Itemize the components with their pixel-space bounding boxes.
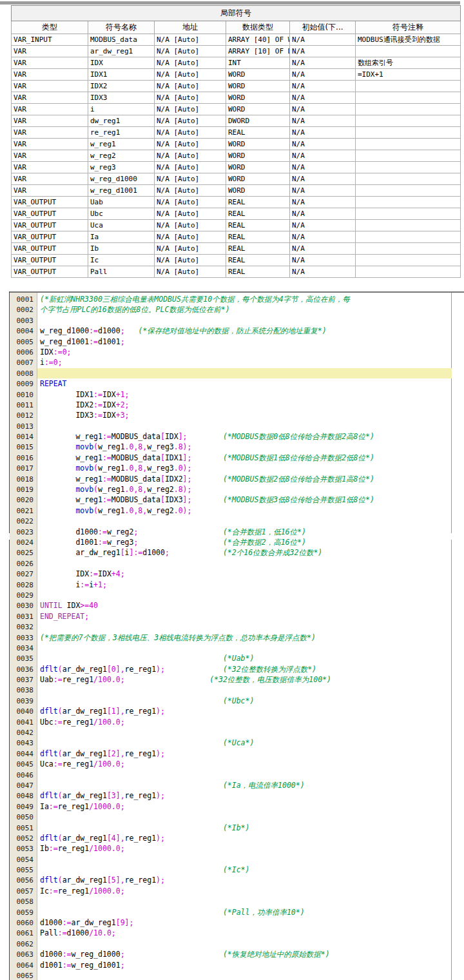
code-line[interactable]: 0022 (10, 516, 464, 526)
code-line[interactable]: 0024 d1001:=w_reg3; (*合并数据2，高16位*) (10, 537, 464, 547)
code-line[interactable]: 0025 ar_dw_reg1[i]:=d1000; (*2个16位数合并成32… (10, 547, 464, 558)
code-line[interactable]: 0023 d1000:=w_reg2; (*合并数据1，低16位*) (10, 527, 464, 537)
code-line[interactable]: 0063d1000:=w_reg_d1000; (*恢复绝对地址中的原始数据*) (10, 949, 464, 959)
symbol-row[interactable]: VARw_reg_d1001N/A [Auto]WORDN/A (12, 185, 461, 197)
code-line[interactable]: 0062 (10, 939, 464, 949)
code-line[interactable]: 0014 w_reg1:=MODBUS_data[IDX]; (*MODBUS数… (10, 431, 464, 442)
code-line[interactable]: 0015 movb(w_reg1.0,8,w_reg3.8); (10, 442, 464, 452)
code-line[interactable]: 0004w_reg_d1000:=d1000; (*保存绝对值地址中的数据，防止… (10, 326, 464, 336)
code-line[interactable]: 0039 (*Ubc*) (10, 696, 464, 706)
symbol-row[interactable]: VAR_OUTPUTUbcN/A [Auto]REALN/A (12, 208, 461, 220)
code-line[interactable]: 0053Ib:=re_reg1/1000.0; (10, 843, 464, 854)
code-line[interactable]: 0047 (*Ia，电流倍率1000*) (10, 780, 464, 790)
code-line[interactable]: 0013 (10, 421, 464, 431)
symbol-row[interactable]: VAR_OUTPUTIbN/A [Auto]REALN/A (12, 243, 461, 255)
code-line[interactable]: 0045Uca:=re_reg1/100.0; (10, 759, 464, 769)
code-line[interactable]: 0011 IDX2:=IDX+2; (10, 400, 464, 410)
symbol-row[interactable]: VARw_reg3N/A [Auto]WORDN/A (12, 162, 461, 173)
symbol-row[interactable]: VARw_reg1N/A [Auto]WORDN/A (12, 139, 461, 150)
column-header[interactable]: 地址 (155, 21, 226, 34)
code-line[interactable]: 0036dflt(ar_dw_reg1[0],re_reg1); (*32位整数… (10, 664, 464, 674)
code-line[interactable]: 0027 IDX:=IDX+4; (10, 569, 464, 579)
code-line[interactable]: 0002个字节占用PLC的16数据的低8位。PLC数据为低位在前*) (10, 304, 464, 315)
code-line[interactable]: 0040dflt(ar_dw_reg1[1],re_reg1); (10, 706, 464, 716)
code-line[interactable]: 0056dflt(ar_dw_reg1[5],re_reg1); (10, 875, 464, 885)
code-line[interactable]: 0061Pall:=d1000/10.0; (10, 928, 464, 938)
column-header[interactable]: 数据类型 (226, 21, 290, 34)
code-line[interactable]: 0019 movb(w_reg1.0,8,w_reg2.8); (10, 484, 464, 495)
code-line[interactable]: 0051 (*Ib*) (10, 823, 464, 833)
code-line[interactable]: 0042 (10, 727, 464, 738)
code-line[interactable]: 0038 (10, 685, 464, 695)
code-line[interactable]: 0048dflt(ar_dw_reg1[3],re_reg1); (10, 790, 464, 801)
code-line[interactable]: 0030UNTIL IDX>=40 (10, 600, 464, 611)
symbol-row[interactable]: VAR_OUTPUTUabN/A [Auto]REALN/A (12, 197, 461, 208)
code-line[interactable]: 0005w_reg_d1001:=d1001; (10, 337, 464, 347)
code-line[interactable]: 0026 (10, 558, 464, 569)
code-line[interactable]: 0028 i:=i+1; (10, 580, 464, 590)
symbol-row[interactable]: VARIDX1N/A [Auto]WORDN/A=IDX+1 (12, 69, 461, 81)
code-text: Uca:=re_reg1/100.0; (37, 759, 452, 769)
column-header[interactable]: 初始值(下... (290, 21, 356, 34)
code-line[interactable]: 0029 (10, 590, 464, 600)
code-line[interactable]: 0058 (10, 896, 464, 906)
code-line[interactable]: 0032 (10, 622, 464, 632)
symbol-cell: N/A (290, 208, 356, 220)
code-line[interactable]: 0007i:=0; (10, 357, 464, 368)
code-line[interactable]: 0041Ubc:=re_reg1/100.0; (10, 717, 464, 727)
code-line[interactable]: 0020 w_reg1:=MODBUS_data[IDX3]; (*MODBUS… (10, 495, 464, 505)
code-line[interactable]: 0012 IDX3:=IDX+3; (10, 410, 464, 420)
symbol-row[interactable]: VARIDXN/A [Auto]INTN/A数组索引号 (12, 57, 461, 69)
column-header[interactable]: 符号注释 (356, 21, 461, 34)
code-line[interactable]: 0055 (*Ic*) (10, 865, 464, 875)
code-line[interactable]: 0052dflt(ar_dw_reg1[4],re_reg1); (10, 833, 464, 843)
symbol-row[interactable]: VARar_dw_reg1N/A [Auto]ARRAY [10] OF DWN… (12, 46, 461, 57)
code-line[interactable]: 0021 movb(w_reg1.0,8,w_reg2.0); (10, 505, 464, 516)
symbol-row[interactable]: VARiN/A [Auto]WORDN/A (12, 104, 461, 115)
code-line[interactable]: 0044dflt(ar_dw_reg1[2],re_reg1); (10, 749, 464, 759)
symbol-row[interactable]: VAR_INPUTMODBUS_dataN/A [Auto]ARRAY [40]… (12, 34, 461, 46)
code-line[interactable]: 0035 (*Uab*) (10, 653, 464, 663)
code-line[interactable]: 0043 (*Uca*) (10, 738, 464, 748)
code-line[interactable]: 0054 (10, 854, 464, 865)
code-line[interactable]: 0049Ia:=re_reg1/1000.0; (10, 801, 464, 812)
code-line[interactable]: 0050 (10, 812, 464, 822)
symbol-cell: Ubc (88, 208, 155, 220)
code-line[interactable]: 0010 IDX1:=IDX+1; (10, 389, 464, 400)
code-line[interactable]: 0037Uab:=re_reg1/100.0; (*32位整数，电压数据倍率为1… (10, 674, 464, 685)
line-number: 0045 (10, 760, 37, 770)
code-line[interactable]: 0033(*把需要的7个数据，3相线电压、3相线电流转换为浮点数，总功率本身是浮… (10, 632, 464, 643)
code-line[interactable]: 0059 (*Pall，功率倍率10*) (10, 907, 464, 917)
symbol-row[interactable]: VARw_reg_d1000N/A [Auto]WORDN/A (12, 173, 461, 185)
symbol-row[interactable]: VAR_OUTPUTIcN/A [Auto]REALN/A (12, 255, 461, 266)
code-line[interactable]: 0060d1000:=ar_dw_reg1[9]; (10, 917, 464, 928)
code-line[interactable]: 0017 movb(w_reg1.0,8,w_reg3.0); (10, 463, 464, 473)
symbol-cell: VAR (12, 162, 88, 173)
symbol-row[interactable]: VARdw_reg1N/A [Auto]DWORDN/A (12, 115, 461, 127)
code-line[interactable]: 0001(*新虹润NHR3300三相综合电量表MODBUS共需要10个数据，每个… (10, 294, 464, 304)
column-header[interactable]: 符号名称 (88, 21, 155, 34)
symbol-row[interactable]: VARIDX3N/A [Auto]WORDN/A (12, 92, 461, 104)
code-line[interactable]: 0057Ic:=re_reg1/1000.0; (10, 886, 464, 896)
code-editor[interactable]: 0001(*新虹润NHR3300三相综合电量表MODBUS共需要10个数据，每个… (9, 291, 464, 980)
symbol-cell (356, 243, 461, 255)
code-line[interactable]: 0008 (10, 368, 464, 378)
symbol-row[interactable]: VARIDX2N/A [Auto]WORDN/A (12, 81, 461, 92)
symbol-row[interactable]: VAR_OUTPUTPallN/A [Auto]REALN/A (12, 266, 461, 278)
line-number: 0056 (10, 876, 37, 886)
code-line[interactable]: 0016 w_reg1:=MODBUS_data[IDX1]; (*MODBUS… (10, 453, 464, 463)
code-line[interactable]: 0064d1001:=w_reg_d1001; (10, 960, 464, 970)
code-line[interactable]: 0018 w_reg1:=MODBUS_data[IDX2]; (*MODBUS… (10, 474, 464, 484)
code-line[interactable]: 0031END_REPEAT; (10, 611, 464, 622)
code-line[interactable]: 0009REPEAT (10, 378, 464, 389)
code-line[interactable]: 0006IDX:=0; (10, 347, 464, 357)
code-line[interactable]: 0065 (10, 970, 464, 980)
code-line[interactable]: 0003 (10, 315, 464, 326)
code-line[interactable]: 0034 (10, 643, 464, 653)
symbol-row[interactable]: VAR_OUTPUTIaN/A [Auto]REALN/A (12, 231, 461, 243)
code-line[interactable]: 0046 (10, 770, 464, 780)
symbol-row[interactable]: VARre_reg1N/A [Auto]REALN/A (12, 127, 461, 139)
symbol-row[interactable]: VARw_reg2N/A [Auto]WORDN/A (12, 150, 461, 162)
column-header[interactable]: 类型 (12, 21, 88, 34)
symbol-row[interactable]: VAR_OUTPUTUcaN/A [Auto]REALN/A (12, 220, 461, 231)
